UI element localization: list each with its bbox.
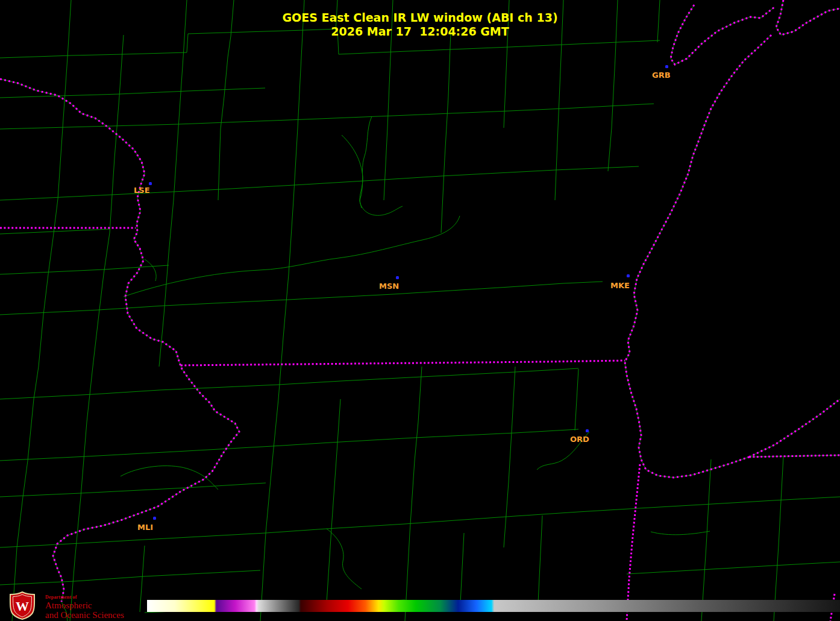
title-block: GOES East Clean IR LW window (ABI ch 13)… (0, 11, 840, 39)
station-label-mke: MKE (610, 279, 630, 291)
svg-text:W: W (16, 599, 29, 614)
satellite-viewer: GOES East Clean IR LW window (ABI ch 13)… (0, 0, 840, 621)
map-canvas (0, 0, 840, 621)
station-dot-grb (665, 65, 668, 68)
station-label-msn: MSN (379, 280, 399, 291)
colorbar (147, 600, 840, 612)
uw-crest-icon: W (5, 591, 40, 620)
station-dot-ord (586, 429, 589, 432)
station-label-lse: LSE (134, 184, 150, 195)
county-lines (0, 0, 840, 621)
station-dot-mke (627, 274, 630, 277)
shoreline-green (0, 0, 840, 621)
logo-department: Department of (45, 594, 124, 600)
station-label-grb: GRB (652, 69, 671, 80)
river-lines (121, 116, 710, 589)
logo-line1: Atmospheric (45, 601, 124, 610)
aos-logo-text: Department of Atmospheric and Oceanic Sc… (45, 591, 124, 620)
station-dot-mli (153, 517, 156, 520)
title-timestamp: 2026 Mar 17 12:04:26 GMT (0, 25, 840, 39)
state-borders (0, 0, 840, 621)
logo-line2: and Oceanic Sciences (45, 610, 124, 620)
station-label-mli: MLI (137, 521, 153, 532)
station-dot-msn (396, 276, 399, 279)
aos-logo: W Department of Atmospheric and Oceanic … (5, 591, 124, 620)
title-product: GOES East Clean IR LW window (ABI ch 13) (0, 11, 840, 25)
station-label-ord: ORD (570, 433, 589, 444)
